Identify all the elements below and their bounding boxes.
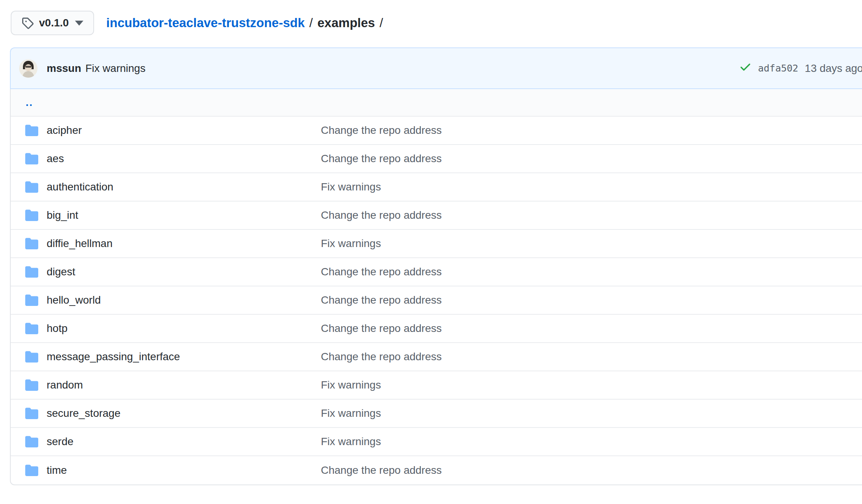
folder-icon bbox=[25, 209, 38, 222]
file-row: time Change the repo address bbox=[11, 456, 862, 484]
directory-link[interactable]: diffie_hellman bbox=[47, 237, 112, 249]
row-commit-message-link[interactable]: Change the repo address bbox=[321, 266, 442, 278]
row-commit-message-link[interactable]: Change the repo address bbox=[321, 294, 442, 306]
file-row: hello_world Change the repo address bbox=[11, 286, 862, 315]
file-table-body: acipher Change the repo address aes Chan… bbox=[11, 117, 862, 484]
directory-link[interactable]: serde bbox=[47, 436, 73, 447]
file-name-cell: aes bbox=[47, 153, 321, 165]
directory-link[interactable]: message_passing_interface bbox=[47, 351, 180, 363]
latest-commit-bar: mssun Fix warnings adfa502 13 days ago bbox=[10, 47, 862, 89]
parent-directory-link[interactable]: .. bbox=[26, 96, 33, 109]
directory-link[interactable]: aes bbox=[47, 153, 64, 164]
file-name-cell: hello_world bbox=[47, 294, 321, 306]
row-commit-message-link[interactable]: Fix warnings bbox=[321, 181, 381, 193]
commit-sha-link[interactable]: adfa502 bbox=[758, 63, 798, 74]
file-row: serde Fix warnings bbox=[11, 428, 862, 456]
file-name-cell: acipher bbox=[47, 124, 321, 137]
directory-link[interactable]: hotp bbox=[47, 322, 68, 334]
file-row: big_int Change the repo address bbox=[11, 202, 862, 230]
folder-icon bbox=[25, 435, 38, 448]
commit-meta: adfa502 13 days ago bbox=[739, 48, 862, 88]
directory-link[interactable]: hello_world bbox=[47, 294, 101, 306]
checks-success-icon[interactable] bbox=[739, 61, 751, 76]
commit-message-cell: Fix warnings bbox=[321, 181, 862, 193]
commit-message-link[interactable]: Fix warnings bbox=[85, 62, 145, 75]
file-row: aes Change the repo address bbox=[11, 145, 862, 173]
folder-icon bbox=[25, 407, 38, 420]
row-commit-message-link[interactable]: Change the repo address bbox=[321, 153, 442, 164]
repo-contents-box: mssun Fix warnings adfa502 13 days ago .… bbox=[10, 47, 862, 485]
chevron-down-icon bbox=[75, 21, 83, 26]
directory-link[interactable]: acipher bbox=[47, 124, 82, 136]
row-commit-message-link[interactable]: Fix warnings bbox=[321, 436, 381, 447]
breadcrumb-current-dir: examples bbox=[317, 16, 375, 30]
directory-link[interactable]: authentication bbox=[47, 181, 113, 193]
tag-icon bbox=[21, 17, 34, 29]
commit-timestamp: 13 days ago bbox=[805, 62, 862, 75]
repo-files-page: v0.1.0 incubator-teaclave-trustzone-sdk … bbox=[0, 0, 862, 485]
directory-link[interactable]: secure_storage bbox=[47, 407, 120, 419]
directory-link[interactable]: time bbox=[47, 464, 67, 476]
file-name-cell: message_passing_interface bbox=[47, 351, 321, 363]
commit-author-link[interactable]: mssun bbox=[47, 62, 81, 75]
file-row: secure_storage Fix warnings bbox=[11, 400, 862, 428]
folder-icon bbox=[25, 322, 38, 335]
parent-directory-row: .. bbox=[11, 89, 862, 117]
file-row: diffie_hellman Fix warnings bbox=[11, 230, 862, 258]
row-commit-message-link[interactable]: Change the repo address bbox=[321, 209, 442, 221]
tag-selector-label: v0.1.0 bbox=[39, 17, 69, 29]
folder-icon bbox=[25, 379, 38, 392]
file-name-cell: serde bbox=[47, 436, 321, 448]
folder-icon bbox=[25, 265, 38, 278]
commit-message-cell: Change the repo address bbox=[321, 209, 862, 221]
file-name-cell: digest bbox=[47, 266, 321, 278]
folder-icon bbox=[25, 464, 38, 477]
breadcrumb: incubator-teaclave-trustzone-sdk / examp… bbox=[106, 16, 383, 30]
file-row: random Fix warnings bbox=[11, 371, 862, 400]
commit-author-avatar[interactable] bbox=[19, 59, 37, 78]
commit-message-cell: Fix warnings bbox=[321, 407, 862, 419]
directory-link[interactable]: big_int bbox=[47, 209, 78, 221]
commit-message-cell: Change the repo address bbox=[321, 124, 862, 137]
row-commit-message-link[interactable]: Change the repo address bbox=[321, 322, 442, 334]
commit-message-cell: Change the repo address bbox=[321, 464, 862, 476]
row-commit-message-link[interactable]: Fix warnings bbox=[321, 379, 381, 391]
file-navigation: v0.1.0 incubator-teaclave-trustzone-sdk … bbox=[11, 11, 862, 35]
directory-link[interactable]: random bbox=[47, 379, 83, 391]
folder-icon bbox=[25, 180, 38, 193]
commit-message-cell: Fix warnings bbox=[321, 436, 862, 448]
row-commit-message-link[interactable]: Change the repo address bbox=[321, 464, 442, 476]
file-row: hotp Change the repo address bbox=[11, 315, 862, 343]
folder-icon bbox=[25, 152, 38, 165]
file-row: message_passing_interface Change the rep… bbox=[11, 343, 862, 371]
file-name-cell: authentication bbox=[47, 181, 321, 193]
folder-icon bbox=[25, 124, 38, 137]
file-name-cell: hotp bbox=[47, 322, 321, 335]
row-commit-message-link[interactable]: Change the repo address bbox=[321, 124, 442, 136]
file-row: authentication Fix warnings bbox=[11, 173, 862, 202]
commit-message-cell: Change the repo address bbox=[321, 266, 862, 278]
directory-link[interactable]: digest bbox=[47, 266, 75, 278]
file-name-cell: time bbox=[47, 464, 321, 476]
file-name-cell: big_int bbox=[47, 209, 321, 221]
row-commit-message-link[interactable]: Change the repo address bbox=[321, 351, 442, 363]
breadcrumb-separator: / bbox=[309, 16, 313, 30]
commit-message-cell: Change the repo address bbox=[321, 294, 862, 306]
file-row: digest Change the repo address bbox=[11, 258, 862, 286]
commit-message-cell: Fix warnings bbox=[321, 379, 862, 391]
folder-icon bbox=[25, 294, 38, 307]
row-commit-message-link[interactable]: Fix warnings bbox=[321, 237, 381, 249]
file-table: .. acipher Change the repo address aes C… bbox=[10, 89, 862, 485]
commit-message-cell: Fix warnings bbox=[321, 237, 862, 250]
row-commit-message-link[interactable]: Fix warnings bbox=[321, 407, 381, 419]
breadcrumb-repo-link[interactable]: incubator-teaclave-trustzone-sdk bbox=[106, 16, 305, 30]
commit-message-cell: Change the repo address bbox=[321, 153, 862, 165]
file-row: acipher Change the repo address bbox=[11, 117, 862, 145]
folder-icon bbox=[25, 237, 38, 250]
file-name-cell: diffie_hellman bbox=[47, 237, 321, 250]
commit-message-cell: Change the repo address bbox=[321, 351, 862, 363]
branch-tag-selector[interactable]: v0.1.0 bbox=[11, 11, 94, 35]
commit-message-cell: Change the repo address bbox=[321, 322, 862, 335]
folder-icon bbox=[25, 350, 38, 363]
breadcrumb-trailing-slash: / bbox=[379, 16, 383, 30]
